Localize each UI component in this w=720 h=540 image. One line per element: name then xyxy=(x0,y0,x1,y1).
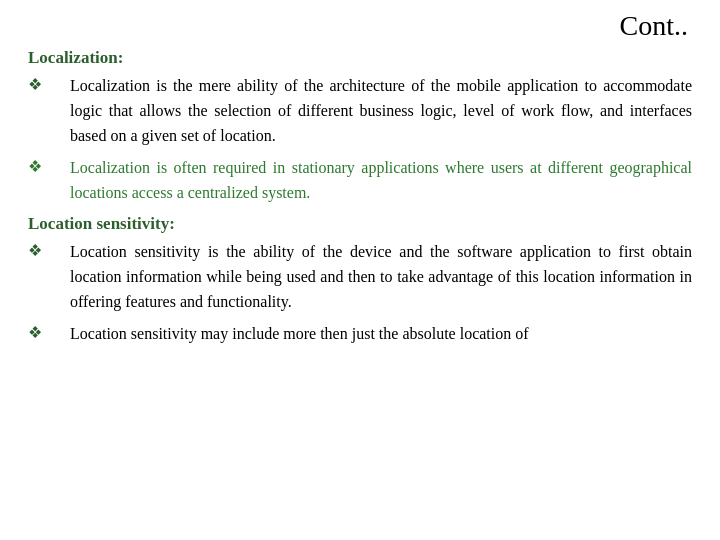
page-title: Cont.. xyxy=(28,10,692,42)
bullet-text-1: Localization is the mere ability of the … xyxy=(70,74,692,148)
bullet-text-4: Location sensitivity may include more th… xyxy=(70,322,529,347)
bullet-diamond-1: ❖ xyxy=(28,75,42,94)
bullet-diamond-2: ❖ xyxy=(28,157,42,176)
page-container: Cont.. Localization: ❖ Localization is t… xyxy=(0,0,720,540)
localization-heading: Localization: xyxy=(28,48,692,68)
bullet-text-3: Location sensitivity is the ability of t… xyxy=(70,240,692,314)
bullet-diamond-4: ❖ xyxy=(28,323,42,342)
bullet-item-1: ❖ Localization is the mere ability of th… xyxy=(28,74,692,148)
bullet-diamond-3: ❖ xyxy=(28,241,42,260)
location-sensitivity-heading: Location sensitivity: xyxy=(28,214,692,234)
bullet-text-2: Localization is often required in statio… xyxy=(70,156,692,206)
bullet-item-2: ❖ Localization is often required in stat… xyxy=(28,156,692,206)
bullet-item-3: ❖ Location sensitivity is the ability of… xyxy=(28,240,692,314)
bullet-item-4: ❖ Location sensitivity may include more … xyxy=(28,322,692,347)
